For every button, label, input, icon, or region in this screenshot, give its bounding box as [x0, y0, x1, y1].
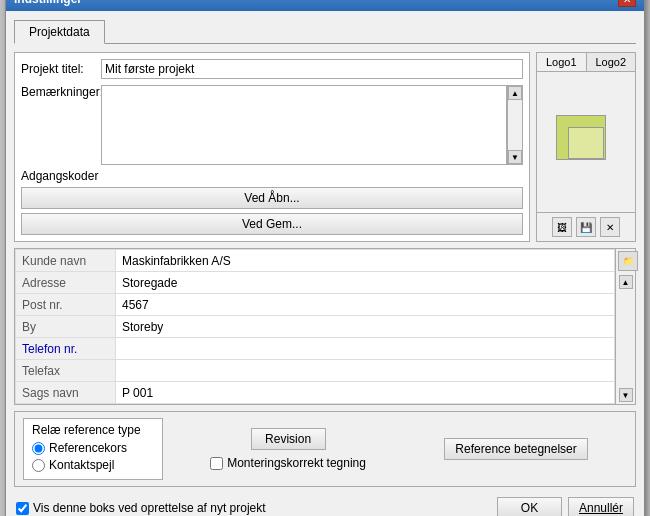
title-bar: Indstillinger ✕	[6, 0, 644, 11]
logo2-tab[interactable]: Logo2	[587, 53, 636, 71]
ref-buttons-col: Revision Monteringskorrekt tegning	[210, 428, 366, 470]
value-post-nr[interactable]: 4567	[116, 294, 615, 316]
logo-delete-icon[interactable]: ✕	[600, 217, 620, 237]
ok-button[interactable]: OK	[497, 497, 562, 516]
label-adresse: Adresse	[16, 272, 116, 294]
tab-projektdata[interactable]: Projektdata	[14, 20, 105, 44]
customer-panel-right: 📁 ▲ ▼	[615, 249, 635, 404]
radio-referencekors[interactable]	[32, 442, 45, 455]
table-row: Telefax	[16, 360, 615, 382]
vis-label: Vis denne boks ved oprettelse af nyt pro…	[33, 501, 266, 515]
cust-scroll-down[interactable]: ▼	[619, 388, 633, 402]
remarks-textarea[interactable]	[101, 85, 507, 165]
scroll-up-arrow[interactable]: ▲	[508, 86, 522, 100]
table-row: Adresse Storegade	[16, 272, 615, 294]
customer-table: Kunde navn Maskinfabrikken A/S Adresse S…	[15, 249, 615, 404]
bottom-bar: Vis denne boks ved oprettelse af nyt pro…	[14, 493, 636, 516]
ved-gem-button[interactable]: Ved Gem...	[21, 213, 523, 235]
value-telefax[interactable]	[116, 360, 615, 382]
project-title-label: Projekt titel:	[21, 62, 101, 76]
table-row: Sags navn P 001	[16, 382, 615, 404]
radio-kontaktspejl[interactable]	[32, 459, 45, 472]
reference-betegnelser-button[interactable]: Reference betegnelser	[444, 438, 587, 460]
footer-right: OK Annullér	[497, 497, 634, 516]
vis-checkbox[interactable]	[16, 502, 29, 515]
logo-tabs: Logo1 Logo2	[537, 53, 635, 72]
access-codes-label: Adgangskoder	[21, 169, 523, 183]
tab-bar: Projektdata	[14, 19, 636, 44]
remarks-scrollbar: ▲ ▼	[507, 85, 523, 165]
cancel-button[interactable]: Annullér	[568, 497, 634, 516]
radio-row-kontaktspejl: Kontaktspejl	[32, 458, 154, 472]
remarks-row: Bemærkninger: ▲ ▼	[21, 85, 523, 165]
access-buttons: Ved Åbn... Ved Gem...	[21, 187, 523, 235]
ref-type-box: Relæ reference type Referencekors Kontak…	[23, 418, 163, 480]
value-sags-navn[interactable]: P 001	[116, 382, 615, 404]
value-by[interactable]: Storeby	[116, 316, 615, 338]
logo-image	[556, 115, 616, 170]
window-body: Projektdata Projekt titel: Bemærkninger:…	[6, 11, 644, 516]
monteringskorrekt-checkbox[interactable]	[210, 457, 223, 470]
monteringskorrekt-row: Monteringskorrekt tegning	[210, 456, 366, 470]
customer-section: Kunde navn Maskinfabrikken A/S Adresse S…	[14, 248, 636, 405]
table-row: Telefon nr.	[16, 338, 615, 360]
logo-preview	[537, 72, 635, 212]
footer-left: Vis denne boks ved oprettelse af nyt pro…	[16, 501, 266, 515]
remarks-wrapper: ▲ ▼	[101, 85, 523, 165]
project-title-input[interactable]	[101, 59, 523, 79]
logo-save-icon[interactable]: 💾	[576, 217, 596, 237]
monteringskorrekt-label: Monteringskorrekt tegning	[227, 456, 366, 470]
top-section: Projekt titel: Bemærkninger: ▲ ▼	[14, 52, 636, 242]
project-title-row: Projekt titel:	[21, 59, 523, 79]
value-adresse[interactable]: Storegade	[116, 272, 615, 294]
label-post-nr: Post nr.	[16, 294, 116, 316]
logo1-tab[interactable]: Logo1	[537, 53, 587, 71]
revision-button[interactable]: Revision	[251, 428, 326, 450]
label-telefax: Telefax	[16, 360, 116, 382]
value-telefon[interactable]	[116, 338, 615, 360]
reference-section: Relæ reference type Referencekors Kontak…	[14, 411, 636, 487]
radio-kontaktspejl-label: Kontaktspejl	[49, 458, 114, 472]
logo-inner-rect	[568, 127, 604, 159]
customer-add-icon[interactable]: 📁	[618, 251, 638, 271]
table-row: By Storeby	[16, 316, 615, 338]
window-title: Indstillinger	[14, 0, 82, 6]
access-codes-section: Adgangskoder Ved Åbn... Ved Gem...	[21, 169, 523, 235]
label-kunde-navn: Kunde navn	[16, 250, 116, 272]
value-kunde-navn[interactable]: Maskinfabrikken A/S	[116, 250, 615, 272]
ref-type-label: Relæ reference type	[32, 423, 154, 437]
label-telefon: Telefon nr.	[16, 338, 116, 360]
table-row: Post nr. 4567	[16, 294, 615, 316]
title-controls: ✕	[618, 0, 636, 7]
table-row: Kunde navn Maskinfabrikken A/S	[16, 250, 615, 272]
ved-abn-button[interactable]: Ved Åbn...	[21, 187, 523, 209]
remarks-label: Bemærkninger:	[21, 85, 101, 99]
label-sags-navn: Sags navn	[16, 382, 116, 404]
customer-scrollbar: ▲ ▼	[616, 273, 635, 404]
logo-actions: 🖼 💾 ✕	[537, 212, 635, 241]
radio-row-referencekors: Referencekors	[32, 441, 154, 455]
ref-buttons: Revision Monteringskorrekt tegning Refer…	[171, 428, 627, 470]
radio-referencekors-label: Referencekors	[49, 441, 127, 455]
main-window: Indstillinger ✕ Projektdata Projekt tite…	[5, 0, 645, 516]
logo-load-icon[interactable]: 🖼	[552, 217, 572, 237]
project-section: Projekt titel: Bemærkninger: ▲ ▼	[14, 52, 530, 242]
label-by: By	[16, 316, 116, 338]
close-button[interactable]: ✕	[618, 0, 636, 7]
scroll-down-arrow[interactable]: ▼	[508, 150, 522, 164]
cust-scroll-up[interactable]: ▲	[619, 275, 633, 289]
logo-panel: Logo1 Logo2 🖼 💾 ✕	[536, 52, 636, 242]
